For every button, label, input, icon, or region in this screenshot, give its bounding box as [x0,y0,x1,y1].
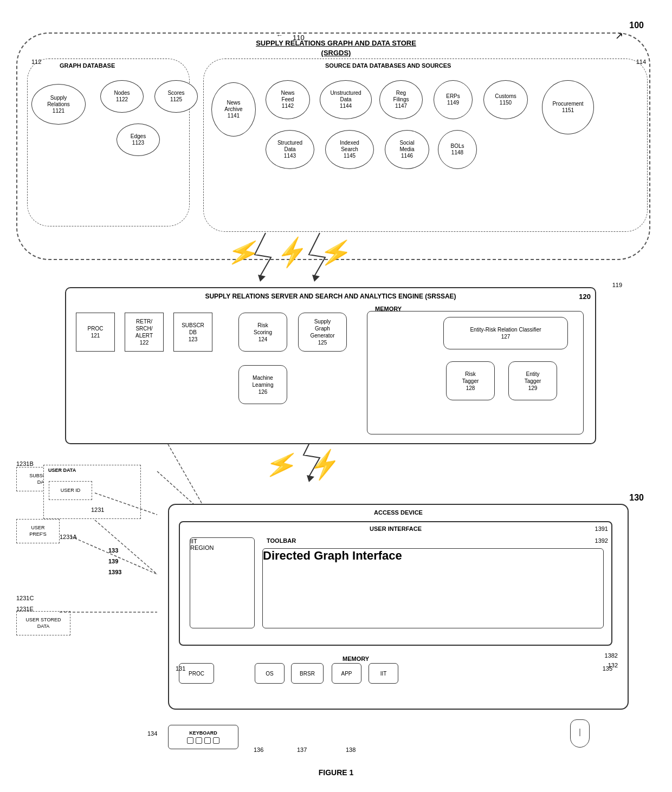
ref-133: 133 [108,547,118,554]
ref-100: 100 [629,21,644,30]
mouse-shape [570,719,590,748]
comp-app: APP [332,663,361,684]
toolbar-box: Directed Graph Interface [262,548,604,628]
risk-tagger-box: Risk Tagger 128 [446,361,495,400]
graph-db-title: GRAPH DATABASE [60,62,115,69]
ref-136: 136 [254,746,263,753]
keyboard-box: KEYBOARD [168,725,238,749]
ellipse-social: Social Media 1146 [385,130,429,169]
memory-label-access: MEMORY [343,655,369,662]
supply-graph-box: Supply Graph Generator 125 [298,313,347,352]
ref-135: 135 [603,665,612,672]
iit-region-box: IIT REGION [190,537,255,628]
ref-130: 130 [629,493,644,503]
ref-1391: 1391 [595,525,608,532]
entity-risk-box: Entity-Risk Relation Classifier 127 [443,317,568,349]
diagram: 100 ↗ 110 ← SUPPLY RELATIONS GRAPH AND D… [0,0,672,792]
proc-box: PROC 121 [76,313,115,352]
arrow-110: ← [276,31,283,39]
subscr-box: SUBSCR DB 123 [173,313,212,352]
ellipse-news-archive: News Archive 1141 [211,82,256,137]
toolbar-label: TOOLBAR [267,537,296,544]
lightning-bolt-2: ⚡ [274,235,312,270]
server-title: SUPPLY RELATIONS SERVER AND SEARCH AND A… [205,293,456,300]
ref-1392: 1392 [595,537,608,544]
ref-1382: 1382 [605,652,618,659]
ref-137: 137 [297,746,307,753]
source-db-title: SOURCE DATA DATABASES AND SOURCES [325,62,451,69]
svg-line-7 [95,520,157,574]
svg-marker-0 [258,275,266,282]
memory-box-server: Entity-Risk Relation Classifier 127 Risk… [367,311,584,434]
ellipse-scores: Scores 1125 [154,80,198,113]
user-prefs-box: USER PREF'S [16,519,60,543]
ref-1393: 1393 [108,569,121,575]
ellipse-news-feed: News Feed 1142 [266,80,310,119]
ref-112: 112 [31,59,41,65]
ellipse-bols: BOLs 1148 [438,130,477,169]
ref-134: 134 [147,730,157,737]
ellipse-customs: Customs 1150 [483,80,528,119]
figure-caption: FIGURE 1 [319,768,354,777]
ellipse-structured: Structured Data 1143 [266,130,314,169]
ref-1231: 1231 [91,507,104,513]
ellipse-procurement: Procurement 1151 [542,80,594,134]
ref-1231c: 1231C [16,595,34,601]
entity-tagger-box: Entity Tagger 129 [508,361,557,400]
svg-marker-1 [312,275,320,282]
ref-139: 139 [108,558,118,564]
ref-1231b: 1231B [16,460,34,467]
comp-brsr: BRSR [291,663,324,684]
ref-114: 114 [636,59,646,65]
access-device-box: ACCESS DEVICE USER INTERFACE 1391 IIT RE… [168,504,629,710]
machine-learning-box: Machine Learning 126 [238,365,287,404]
lightning-bolt-4: ⚡ [262,446,301,484]
ref-1231a: 1231A [60,534,77,540]
ellipse-erps: ERPs 1149 [434,80,473,119]
lightning-bolt-3: ⚡ [318,235,355,270]
ref-131: 131 [176,665,185,672]
ellipse-nodes: Nodes 1122 [100,80,144,113]
ellipse-supply-relations: Supply Relations 1121 [31,84,86,125]
ui-box: USER INTERFACE 1391 IIT REGION TOOLBAR 1… [179,521,612,646]
comp-iit: IIT [369,663,398,684]
main-subtitle: (SRGDS) [321,49,351,57]
main-title: SUPPLY RELATIONS GRAPH AND DATA STORE [256,39,416,47]
ellipse-edges: Edges 1123 [117,124,160,156]
access-device-title: ACCESS DEVICE [374,509,423,516]
retr-box: RETR/ SRCH/ ALERT 122 [125,313,164,352]
user-id-box: USER ID [49,481,92,500]
ellipse-unstructured: Unstructured Data 1144 [320,80,372,119]
ref-138: 138 [346,746,356,753]
ref-119: 119 [612,282,622,288]
user-stored-box: USER STORED DATA [16,611,70,635]
ref-120: 120 [579,293,591,301]
ui-title: USER INTERFACE [370,525,422,532]
risk-scoring-box: Risk Scoring 124 [238,313,287,352]
ellipse-indexed: Indexed Search 1145 [325,130,374,169]
comp-os: OS [255,663,285,684]
lightning-bolt-5: ⚡ [307,447,344,483]
server-box-120: SUPPLY RELATIONS SERVER AND SEARCH AND A… [65,287,596,444]
ellipse-reg-filings: Reg Filings 1147 [379,80,423,119]
